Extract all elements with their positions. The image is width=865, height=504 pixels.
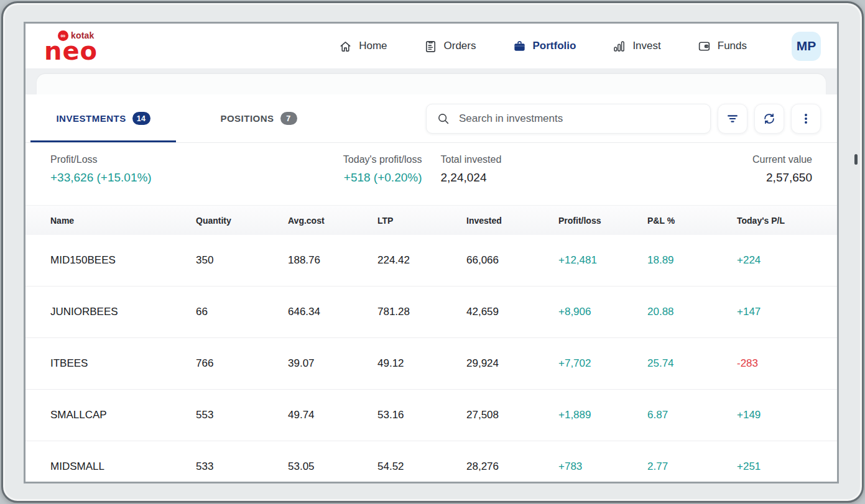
- wallet-icon: [697, 39, 711, 53]
- tab-positions[interactable]: POSITIONS 7: [181, 94, 336, 142]
- col-header-todays-pl: Today's P/L: [737, 216, 812, 226]
- kotak-neo-logo[interactable]: ∞ kotak neo: [44, 30, 98, 63]
- home-icon: [338, 39, 353, 53]
- stat-total-invested: Total invested 2,24,024: [441, 154, 502, 205]
- table-cell: +147: [737, 306, 812, 318]
- filter-icon: [726, 112, 739, 126]
- nav-label: Funds: [718, 40, 747, 52]
- table-cell: 49.74: [288, 409, 377, 421]
- top-header: ∞ kotak neo Home Orders: [25, 24, 837, 68]
- table-cell: +251: [737, 460, 812, 473]
- table-cell: +149: [737, 409, 812, 421]
- tab-label: POSITIONS: [220, 113, 274, 124]
- col-header-invested: Invested: [466, 216, 558, 226]
- table-cell: -283: [737, 357, 812, 370]
- table-cell: 25.74: [647, 357, 737, 370]
- briefcase-icon: [512, 39, 527, 53]
- stat-value: +518 (+0.20%): [343, 171, 422, 185]
- stat-label: Profit/Loss: [50, 154, 152, 165]
- table-body: MID150BEES350188.76224.4266,066+12,48118…: [25, 235, 837, 482]
- table-cell: +8,906: [558, 306, 647, 318]
- filter-button[interactable]: [718, 104, 747, 134]
- tabs-toolbar-row: INVESTMENTS 14 POSITIONS 7: [25, 94, 837, 143]
- app-window: ∞ kotak neo Home Orders: [24, 22, 839, 483]
- table-row[interactable]: ITBEES76639.0749.1229,924+7,70225.74-283: [25, 338, 837, 390]
- instrument-name: SMALLCAP: [50, 409, 196, 421]
- table-cell: 18.89: [647, 254, 737, 267]
- col-header-quantity: Quantity: [196, 216, 288, 226]
- col-header-name: Name: [50, 216, 196, 226]
- kebab-menu-icon: [799, 112, 813, 126]
- table-cell: 42,659: [466, 306, 558, 318]
- table-row[interactable]: MID150BEES350188.76224.4266,066+12,48118…: [25, 235, 837, 286]
- stat-value: 2,57,650: [752, 171, 812, 185]
- stat-profit-loss: Profit/Loss +33,626 (+15.01%): [50, 154, 152, 205]
- col-header-profit-loss: Profit/loss: [558, 216, 647, 226]
- table-cell: 54.52: [377, 460, 466, 473]
- table-row[interactable]: SMALLCAP55349.7453.1627,508+1,8896.87+14…: [25, 390, 837, 441]
- table-cell: 781.28: [377, 306, 466, 318]
- table-cell: 66: [196, 306, 288, 318]
- investments-count-badge: 14: [132, 112, 150, 125]
- card-stack-band: [25, 68, 837, 94]
- table-cell: 188.76: [288, 254, 377, 267]
- table-cell: 553: [196, 409, 288, 421]
- nav-item-portfolio[interactable]: Portfolio: [512, 39, 576, 53]
- search-input[interactable]: [459, 112, 700, 125]
- search-icon: [437, 112, 450, 126]
- table-cell: 29,924: [466, 357, 558, 370]
- search-box[interactable]: [426, 104, 711, 134]
- instrument-name: ITBEES: [50, 357, 196, 370]
- stat-value: +33,626 (+15.01%): [50, 171, 152, 185]
- tab-label: INVESTMENTS: [56, 113, 126, 124]
- profile-avatar[interactable]: MP: [792, 32, 821, 61]
- bars-icon: [612, 39, 626, 53]
- table-row[interactable]: MIDSMALL53353.0554.5228,276+7832.77+251: [25, 441, 837, 482]
- stat-current-value: Current value 2,57,650: [752, 154, 812, 205]
- nav-item-orders[interactable]: Orders: [423, 39, 476, 53]
- table-cell: +783: [558, 460, 647, 473]
- nav-item-invest[interactable]: Invest: [612, 39, 660, 53]
- table-cell: 27,508: [466, 409, 558, 421]
- table-cell: 646.34: [288, 306, 377, 318]
- table-cell: 66,066: [466, 254, 558, 267]
- stat-todays-profit-loss: Today's profit/loss +518 (+0.20%): [343, 154, 422, 205]
- table-cell: 766: [196, 357, 288, 370]
- table-cell: 6.87: [647, 409, 737, 421]
- table-cell: 53.05: [288, 460, 377, 473]
- instrument-name: MID150BEES: [50, 254, 196, 267]
- table-cell: +12,481: [558, 254, 647, 267]
- table-row[interactable]: JUNIORBEES66646.34781.2842,659+8,90620.8…: [25, 286, 837, 338]
- nav-label: Invest: [632, 40, 660, 52]
- stat-label: Today's profit/loss: [343, 154, 422, 165]
- more-options-button[interactable]: [791, 104, 821, 134]
- table-cell: +7,702: [558, 357, 647, 370]
- table-cell: 49.12: [377, 357, 466, 370]
- positions-count-badge: 7: [280, 112, 297, 125]
- nav-item-funds[interactable]: Funds: [697, 39, 747, 53]
- col-header-pl-pct: P&L %: [647, 216, 737, 226]
- col-header-avg-cost: Avg.cost: [288, 216, 377, 226]
- portfolio-summary: Profit/Loss +33,626 (+15.01%) Today's pr…: [25, 143, 837, 205]
- tab-investments[interactable]: INVESTMENTS 14: [25, 94, 181, 142]
- col-header-ltp: LTP: [377, 216, 466, 226]
- main-nav: Home Orders Portfolio: [338, 32, 821, 61]
- background-card-edge: [37, 74, 826, 94]
- nav-label: Home: [359, 40, 387, 52]
- table-cell: 20.88: [647, 306, 737, 318]
- table-cell: 533: [196, 460, 288, 473]
- stat-value: 2,24,024: [441, 171, 502, 185]
- nav-label: Orders: [444, 40, 476, 52]
- refresh-button[interactable]: [754, 104, 784, 134]
- holdings-table-header: Name Quantity Avg.cost LTP Invested Prof…: [25, 205, 837, 235]
- scrollbar-thumb[interactable]: [854, 154, 858, 165]
- nav-item-home[interactable]: Home: [338, 39, 387, 53]
- table-cell: 350: [196, 254, 288, 267]
- device-frame: ∞ kotak neo Home Orders: [1, 1, 864, 503]
- table-cell: 2.77: [647, 460, 737, 473]
- stat-label: Current value: [752, 154, 812, 165]
- table-cell: 53.16: [377, 409, 466, 421]
- stat-label: Total invested: [441, 154, 502, 165]
- table-cell: +224: [737, 254, 812, 267]
- table-cell: +1,889: [558, 409, 647, 421]
